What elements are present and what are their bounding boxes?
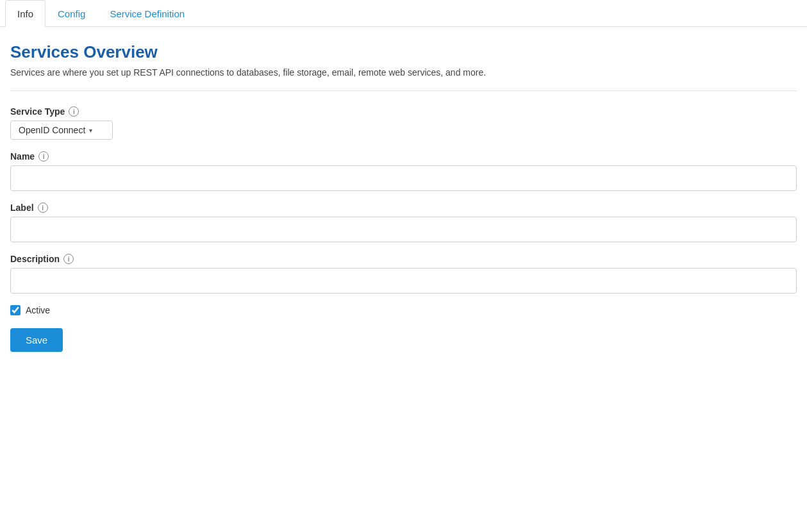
label-info-icon[interactable]: i: [38, 203, 48, 213]
active-label[interactable]: Active: [26, 305, 50, 315]
label-field: Label i: [10, 203, 797, 242]
name-info-icon[interactable]: i: [38, 151, 49, 162]
service-type-dropdown[interactable]: OpenID Connect ▾: [10, 121, 113, 140]
service-type-value: OpenID Connect: [19, 125, 85, 135]
service-type-field: Service Type i OpenID Connect ▾: [10, 106, 797, 140]
description-label: Description i: [10, 254, 797, 264]
label-label: Label i: [10, 203, 797, 213]
active-row: Active: [10, 305, 797, 315]
page-description: Services are where you set up REST API c…: [10, 67, 797, 78]
tab-info[interactable]: Info: [5, 0, 46, 27]
tab-service-definition[interactable]: Service Definition: [97, 0, 197, 27]
name-label: Name i: [10, 151, 797, 162]
service-type-info-icon[interactable]: i: [69, 106, 79, 117]
tab-bar: Info Config Service Definition: [0, 0, 807, 27]
label-input[interactable]: [10, 217, 797, 242]
divider: [10, 90, 797, 91]
description-field: Description i: [10, 254, 797, 294]
dropdown-caret-icon: ▾: [89, 127, 92, 134]
page-title: Services Overview: [10, 42, 797, 62]
main-content: Services Overview Services are where you…: [0, 27, 807, 367]
name-field: Name i: [10, 151, 797, 191]
active-checkbox[interactable]: [10, 305, 21, 315]
description-info-icon[interactable]: i: [63, 254, 74, 264]
save-button[interactable]: Save: [10, 328, 63, 352]
description-input[interactable]: [10, 268, 797, 294]
name-input[interactable]: [10, 165, 797, 191]
tab-config[interactable]: Config: [46, 0, 97, 27]
service-type-label: Service Type i: [10, 106, 797, 117]
